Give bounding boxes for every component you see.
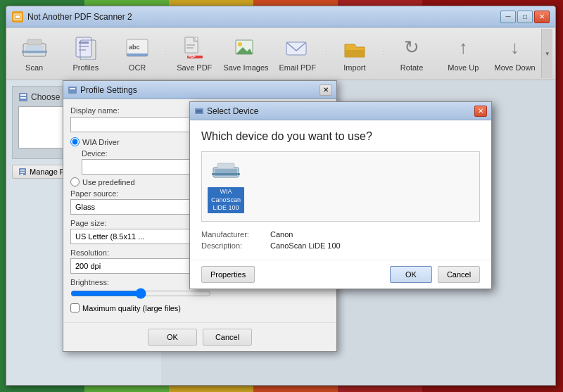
toolbar-separator-3 [381,36,386,71]
svg-rect-31 [70,88,75,89]
profile-settings-title: Profile Settings [80,85,320,95]
toolbar-rotate[interactable]: ↻ Rotate [386,31,436,77]
email-pdf-icon [284,34,312,62]
select-device-close[interactable]: ✕ [474,106,487,117]
description-value: CanoScan LiDE 100 [270,241,341,250]
move-up-icon: ↑ [449,34,477,62]
profile-settings-close[interactable]: ✕ [320,84,332,96]
save-pdf-label: Save PDF [177,63,212,72]
wia-driver-label: WIA Driver [82,138,120,146]
app-title: Not Another PDF Scanner 2 [27,12,500,22]
svg-rect-5 [27,39,42,45]
max-quality-row: Maximum quality (large files) [70,303,329,312]
profile-settings-titlebar: Profile Settings ✕ [63,81,336,99]
manufacturer-row: Manufacturer: Canon [201,230,480,239]
select-device-titlebar: Select Device ✕ [190,102,491,120]
device-label: Device: [82,149,108,158]
close-button[interactable]: ✕ [534,11,550,23]
toolbar-save-images[interactable]: Save Images [221,31,271,77]
svg-rect-38 [212,173,240,175]
profile-settings-footer: OK Cancel [63,322,336,351]
profile-ok-button[interactable]: OK [148,329,197,346]
select-device-footer: Properties OK Cancel [190,260,491,289]
profile-box-icon [18,92,28,102]
svg-text:PDF: PDF [189,54,196,58]
profiles-icon [72,34,100,62]
svg-rect-17 [186,44,195,46]
ocr-icon: abc [123,34,151,62]
profiles-label: Profiles [73,63,99,72]
select-device-ok-button[interactable]: OK [390,266,432,283]
svg-rect-35 [196,110,202,113]
select-device-content: Which device do you want to use? [190,120,491,260]
toolbar-move-up[interactable]: ↑ Move Up [438,31,488,77]
svg-rect-27 [20,170,25,171]
toolbar-email-pdf[interactable]: Email PDF [272,31,322,77]
move-down-icon: ↓ [501,34,529,62]
device-scanner-icon [209,158,243,186]
svg-rect-29 [20,174,23,175]
toolbar-move-down[interactable]: ↓ Move Down [490,31,540,77]
max-quality-checkbox[interactable] [70,303,80,312]
app-icon [12,11,23,23]
device-badge-line1: WIA [210,188,242,196]
select-device-dialog: Select Device ✕ Which device do you want… [189,101,492,289]
svg-rect-24 [20,94,26,96]
scan-icon [20,34,49,62]
toolbar-import[interactable]: Import [329,31,379,77]
svg-rect-13 [127,53,148,56]
maximize-button[interactable]: □ [517,11,533,23]
minimize-button[interactable]: ─ [500,11,516,23]
app-window: Not Another PDF Scanner 2 ─ □ ✕ Scan [6,6,556,386]
toolbar-save-pdf[interactable]: PDF Save PDF [170,31,220,77]
svg-rect-3 [25,46,44,54]
properties-button[interactable]: Properties [201,266,255,283]
profile-cancel-button[interactable]: Cancel [203,329,252,346]
description-row: Description: CanoScan LiDE 100 [201,241,480,250]
svg-point-20 [238,42,242,46]
manufacturer-label: Manufacturer: [201,230,265,239]
description-label: Description: [201,241,265,250]
move-down-label: Move Down [495,63,536,72]
select-device-title: Select Device [207,106,474,116]
toolbar-separator-1 [164,36,168,71]
svg-rect-39 [217,163,234,169]
main-content: Choose Profile Manage Profiles [6,80,555,385]
scan-label: Scan [25,63,43,72]
device-badge-line2: CanoScan [210,196,242,205]
svg-rect-4 [22,51,47,53]
rotate-label: Rotate [400,63,423,72]
save-pdf-icon: PDF [180,34,208,62]
title-bar: Not Another PDF Scanner 2 ─ □ ✕ [6,6,555,27]
brightness-slider-row [70,288,329,299]
svg-rect-18 [186,47,194,49]
device-badge: WIA CanoScan LiDE 100 [208,187,244,213]
device-list[interactable]: WIA CanoScan LiDE 100 [201,151,480,222]
toolbar-profiles[interactable]: Profiles [61,31,110,77]
select-device-question: Which device do you want to use? [201,130,480,143]
import-label: Import [343,63,365,72]
svg-rect-30 [68,87,77,94]
use-predefined-radio[interactable] [70,177,80,186]
use-predefined-label: Use predefined [82,178,135,186]
svg-rect-25 [20,97,26,99]
toolbar-scan[interactable]: Scan [9,31,59,77]
device-item-canoscan[interactable]: WIA CanoScan LiDE 100 [208,158,244,213]
brightness-slider[interactable] [70,288,211,299]
import-icon [341,34,369,62]
svg-rect-1 [15,15,20,18]
toolbar: Scan Profiles abc [6,27,555,80]
profile-settings-icon [68,85,77,95]
canoscan-svg-icon [212,160,240,183]
svg-text:abc: abc [129,44,140,51]
wia-driver-radio[interactable] [70,137,80,146]
rotate-icon: ↻ [398,34,426,62]
select-device-cancel-button[interactable]: Cancel [438,266,480,283]
select-device-icon [194,106,204,116]
window-controls: ─ □ ✕ [500,11,550,23]
save-images-icon [232,34,260,62]
svg-rect-28 [20,172,25,173]
toolbar-scroll: ▼ [541,29,552,78]
email-pdf-label: Email PDF [279,63,316,72]
toolbar-ocr[interactable]: abc OCR [112,31,162,77]
